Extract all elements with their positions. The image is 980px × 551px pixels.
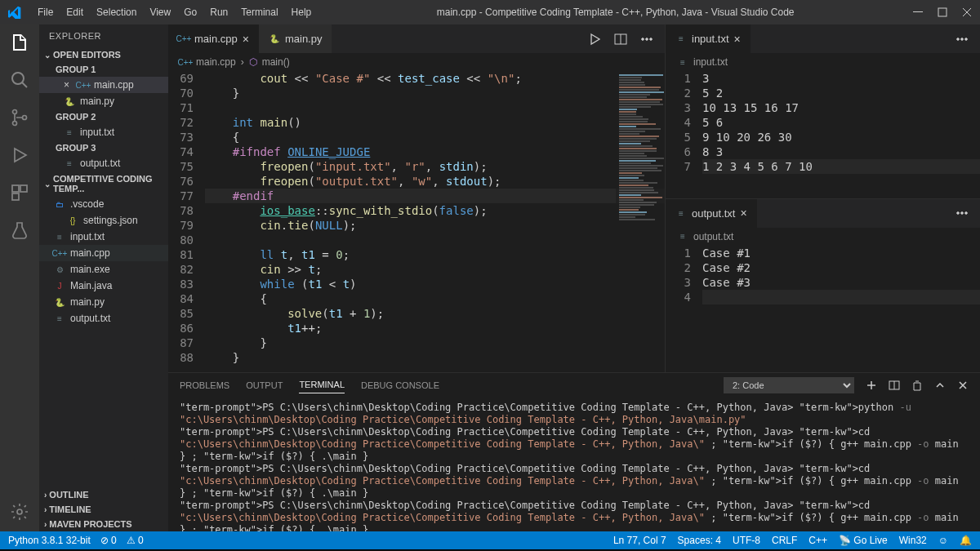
status-spaces[interactable]: Spaces: 4 xyxy=(678,535,721,546)
breadcrumb-input[interactable]: ≡input.txt xyxy=(666,53,980,71)
status-feedback-icon[interactable]: ☺ xyxy=(938,535,948,546)
svg-point-16 xyxy=(961,38,964,40)
source-control-icon[interactable] xyxy=(10,108,29,127)
close-icon[interactable] xyxy=(962,7,972,17)
symbol-icon: ⬡ xyxy=(249,56,257,68)
status-bell-icon[interactable]: 🔔 xyxy=(960,535,972,546)
more-icon[interactable] xyxy=(956,207,969,220)
status-win32[interactable]: Win32 xyxy=(899,535,927,546)
tab-input-txt[interactable]: ≡input.txt× xyxy=(666,24,751,53)
terminal-output[interactable]: "term-prompt">PS C:\Users\chinm\Desktop\… xyxy=(168,397,980,531)
settings-gear-icon[interactable] xyxy=(10,502,29,522)
folder-header[interactable]: ⌄COMPETITIVE CODING TEMP... xyxy=(39,171,168,196)
menu-go[interactable]: Go xyxy=(177,7,203,18)
menu-edit[interactable]: Edit xyxy=(60,7,90,18)
maximize-icon[interactable] xyxy=(938,7,947,17)
file-main-exe[interactable]: ⚙main.exe xyxy=(39,261,168,278)
close-panel-icon[interactable] xyxy=(957,380,969,391)
exe-file-icon: ⚙ xyxy=(54,264,65,275)
file-label: settings.json xyxy=(83,215,138,226)
status-python[interactable]: Python 3.8.1 32-bit xyxy=(8,535,91,546)
svg-rect-0 xyxy=(913,11,923,12)
group-3-label: GROUP 3 xyxy=(39,140,168,155)
file-settings-json[interactable]: {}settings.json xyxy=(39,212,168,229)
split-terminal-icon[interactable] xyxy=(889,380,900,391)
more-icon[interactable] xyxy=(956,33,969,46)
minimize-icon[interactable] xyxy=(913,7,923,17)
code-editor[interactable]: 6970717273747576777879808182838485868788… xyxy=(168,71,665,372)
new-terminal-icon[interactable] xyxy=(866,380,877,391)
extensions-icon[interactable] xyxy=(10,183,29,202)
file-output-txt[interactable]: ≡output.txt xyxy=(39,310,168,327)
close-icon[interactable]: × xyxy=(243,33,249,46)
output-editor[interactable]: 1234 Case #1Case #2Case #3 xyxy=(666,246,980,373)
file-label: output.txt xyxy=(70,313,110,324)
status-eol[interactable]: CRLF xyxy=(772,535,797,546)
menu-selection[interactable]: Selection xyxy=(90,7,143,18)
file-main-cpp[interactable]: C++main.cpp xyxy=(39,245,168,261)
status-language[interactable]: C++ xyxy=(808,535,827,546)
kill-terminal-icon[interactable] xyxy=(911,380,923,391)
testing-icon[interactable] xyxy=(10,220,29,240)
input-editor[interactable]: 1234567 35 210 13 15 16 175 69 10 20 26 … xyxy=(666,71,980,198)
tab-main-py[interactable]: 🐍main.py xyxy=(259,24,332,53)
panel-tab-problems[interactable]: PROBLEMS xyxy=(180,377,229,393)
maven-header[interactable]: ›MAVEN PROJECTS xyxy=(39,517,168,531)
minimap[interactable] xyxy=(616,71,665,372)
outline-header[interactable]: ›OUTLINE xyxy=(39,487,168,502)
timeline-header[interactable]: ›TIMELINE xyxy=(39,502,168,517)
breadcrumb-output[interactable]: ≡output.txt xyxy=(666,228,980,246)
svg-point-17 xyxy=(965,38,968,40)
panel-tab-debug-console[interactable]: DEBUG CONSOLE xyxy=(361,377,439,393)
open-editor-output-txt[interactable]: ≡output.txt xyxy=(39,155,168,171)
status-errors[interactable]: ⊘ 0 xyxy=(100,535,117,546)
editor-tabs-left: C++main.cpp× 🐍main.py xyxy=(168,24,665,53)
close-icon[interactable]: × xyxy=(734,33,741,46)
open-editor-main-cpp[interactable]: ×C++main.cpp xyxy=(39,77,168,93)
file-input-txt[interactable]: ≡input.txt xyxy=(39,229,168,245)
search-icon[interactable] xyxy=(10,70,29,90)
status-warnings[interactable]: ⚠ 0 xyxy=(127,535,144,546)
status-cursor[interactable]: Ln 77, Col 7 xyxy=(613,535,666,546)
open-editors-header[interactable]: ⌄OPEN EDITORS xyxy=(39,47,168,62)
folder-vscode[interactable]: 🗀.vscode xyxy=(39,196,168,212)
file-label: output.txt xyxy=(80,158,120,169)
svg-point-4 xyxy=(13,122,17,126)
svg-rect-7 xyxy=(20,185,27,192)
menu-help[interactable]: Help xyxy=(285,7,318,18)
svg-rect-8 xyxy=(12,193,19,200)
close-icon[interactable]: × xyxy=(740,207,746,220)
menu-view[interactable]: View xyxy=(143,7,177,18)
breadcrumb-file: main.cpp xyxy=(196,56,236,68)
svg-rect-6 xyxy=(12,185,19,192)
file-label: .vscode xyxy=(70,198,104,210)
tab-label: input.txt xyxy=(692,33,729,45)
status-golive[interactable]: 📡 Go Live xyxy=(839,535,888,546)
explorer-icon[interactable] xyxy=(10,33,29,52)
more-icon[interactable] xyxy=(640,33,653,46)
cpp-file-icon: C++ xyxy=(180,56,191,68)
menu-terminal[interactable]: Terminal xyxy=(234,7,284,18)
menu-file[interactable]: File xyxy=(31,7,60,18)
file-main-java[interactable]: JMain.java xyxy=(39,278,168,294)
file-main-py[interactable]: 🐍main.py xyxy=(39,294,168,310)
panel-tab-terminal[interactable]: TERMINAL xyxy=(299,376,345,393)
open-editor-main-py[interactable]: 🐍main.py xyxy=(39,93,168,109)
file-label: main.cpp xyxy=(70,247,110,259)
editor-tabs-output: ≡output.txt× xyxy=(666,199,980,228)
close-icon[interactable]: × xyxy=(64,79,69,91)
maximize-panel-icon[interactable] xyxy=(934,380,946,391)
terminal-select[interactable]: 2: Code xyxy=(724,377,854,393)
breadcrumb[interactable]: C++ main.cpp › ⬡ main() xyxy=(168,53,665,71)
run-debug-icon[interactable] xyxy=(10,145,29,165)
run-icon[interactable] xyxy=(588,33,601,46)
folder-icon: 🗀 xyxy=(54,198,65,210)
tab-main-cpp[interactable]: C++main.cpp× xyxy=(168,24,259,53)
status-encoding[interactable]: UTF-8 xyxy=(733,535,760,546)
svg-rect-1 xyxy=(938,8,947,16)
open-editor-input-txt[interactable]: ≡input.txt xyxy=(39,124,168,140)
split-editor-icon[interactable] xyxy=(614,33,627,46)
menu-run[interactable]: Run xyxy=(203,7,234,18)
tab-output-txt[interactable]: ≡output.txt× xyxy=(666,199,757,228)
panel-tab-output[interactable]: OUTPUT xyxy=(246,377,283,393)
